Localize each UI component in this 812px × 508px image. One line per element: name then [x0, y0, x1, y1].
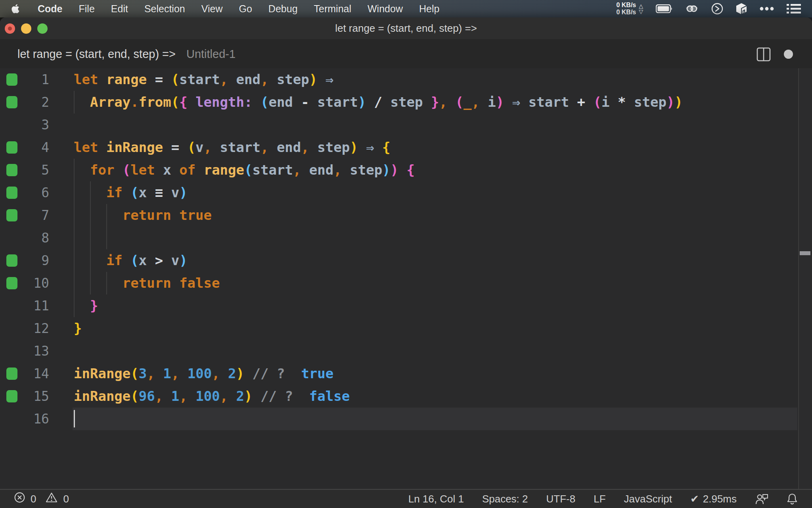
line-number[interactable]: 7: [0, 204, 49, 227]
menu-item-code[interactable]: Code: [38, 3, 63, 15]
code-line-12[interactable]: 12}: [0, 317, 812, 340]
tab-title: let range = (start, end, step) =>: [17, 48, 176, 61]
line-number[interactable]: 6: [0, 181, 49, 204]
more-dots-icon[interactable]: [760, 7, 774, 11]
code-text: }: [74, 294, 98, 317]
menu-item-help[interactable]: Help: [419, 3, 439, 15]
code-line-14[interactable]: 14inRange(3, 1, 100, 2) // ? true: [0, 362, 812, 385]
menu-item-debug[interactable]: Debug: [268, 3, 298, 15]
status-bar: 0 0 Ln 16, Col 1Spaces: 2UTF-8LFJavaScri…: [0, 489, 812, 508]
menu-item-selection[interactable]: Selection: [144, 3, 185, 15]
status-item-spaces-2[interactable]: Spaces: 2: [482, 493, 528, 505]
window-title-bar[interactable]: let range = (start, end, step) =>: [0, 17, 812, 40]
line-number[interactable]: 8: [0, 227, 49, 249]
code-line-7[interactable]: 7 return true: [0, 204, 812, 227]
code-text: return false: [74, 272, 220, 294]
quokka-time: 2.95ms: [703, 493, 737, 505]
line-number[interactable]: 12: [0, 317, 49, 340]
line-number[interactable]: 4: [0, 136, 49, 159]
scrollbar[interactable]: [798, 68, 812, 489]
error-icon: [14, 492, 25, 506]
status-item-lf[interactable]: LF: [594, 493, 605, 505]
terminal-circle-icon[interactable]: [711, 3, 723, 15]
code-text: if (x ≡ v): [74, 181, 188, 204]
code-line-4[interactable]: 4let inRange = (v, start, end, step) ⇒ {: [0, 136, 812, 159]
list-icon[interactable]: [787, 4, 801, 14]
code-text: return true: [74, 204, 212, 227]
warning-icon: [46, 492, 57, 506]
split-editor-icon[interactable]: [756, 47, 771, 64]
code-text: inRange(96, 1, 100, 2) // ? false: [74, 385, 350, 408]
code-text: inRange(3, 1, 100, 2) // ? true: [74, 362, 333, 385]
status-item-utf-8[interactable]: UTF-8: [546, 493, 576, 505]
unsaved-indicator-dot[interactable]: [784, 50, 793, 59]
line-number[interactable]: 9: [0, 249, 49, 272]
code-text: let inRange = (v, start, end, step) ⇒ {: [74, 136, 391, 159]
battery-icon[interactable]: [656, 4, 672, 13]
line-number[interactable]: 14: [0, 362, 49, 385]
apple-logo-icon: [11, 4, 20, 14]
menu-item-edit[interactable]: Edit: [111, 3, 128, 15]
menu-item-terminal[interactable]: Terminal: [314, 3, 351, 15]
line-number[interactable]: 11: [0, 294, 49, 317]
code-line-16[interactable]: 16: [0, 408, 812, 430]
code-lines: 1let range = (start, end, step) ⇒2 Array…: [0, 68, 812, 430]
code-text: for (let x of range(start, end, step)) {: [74, 159, 415, 181]
editor-tab-bar[interactable]: let range = (start, end, step) => Untitl…: [0, 40, 812, 68]
line-number[interactable]: 13: [0, 340, 49, 362]
editor-window: let range = (start, end, step) => let ra…: [0, 17, 812, 508]
code-line-13[interactable]: 13: [0, 340, 812, 362]
code-line-15[interactable]: 15inRange(96, 1, 100, 2) // ? false: [0, 385, 812, 408]
warning-count: 0: [63, 493, 69, 505]
code-line-10[interactable]: 10 return false: [0, 272, 812, 294]
menu-bar-status-icons: 0 KB/s 0 KB/s △ ▽: [616, 2, 801, 16]
status-bar-right: Ln 16, Col 1Spaces: 2UTF-8LFJavaScript ✔…: [408, 493, 798, 505]
link-icon[interactable]: [685, 3, 699, 14]
overview-ruler-mark: [800, 251, 810, 255]
code-editor[interactable]: 1let range = (start, end, step) ⇒2 Array…: [0, 68, 812, 489]
code-line-9[interactable]: 9 if (x > v): [0, 249, 812, 272]
line-number[interactable]: 5: [0, 159, 49, 181]
window-title: let range = (start, end, step) =>: [0, 17, 812, 39]
network-speed-indicator[interactable]: 0 KB/s 0 KB/s △ ▽: [616, 2, 643, 16]
feedback-person-icon[interactable]: [755, 493, 768, 505]
menu-item-view[interactable]: View: [201, 3, 223, 15]
code-text: }: [74, 317, 82, 340]
menu-bar-menus: CodeFileEditSelectionViewGoDebugTerminal…: [11, 3, 439, 15]
code-text: let range = (start, end, step) ⇒: [74, 68, 333, 91]
code-line-1[interactable]: 1let range = (start, end, step) ⇒: [0, 68, 812, 91]
code-line-8[interactable]: 8: [0, 227, 812, 249]
code-line-2[interactable]: 2 Array.from({ length: (end - start) / s…: [0, 91, 812, 114]
line-number[interactable]: 2: [0, 91, 49, 114]
tab-filename: Untitled-1: [186, 48, 236, 61]
code-text: Array.from({ length: (end - start) / ste…: [74, 91, 683, 114]
code-line-3[interactable]: 3: [0, 114, 812, 136]
code-line-11[interactable]: 11 }: [0, 294, 812, 317]
code-line-6[interactable]: 6 if (x ≡ v): [0, 181, 812, 204]
network-down-speed: 0 KB/s: [616, 9, 636, 16]
error-count: 0: [31, 493, 36, 505]
line-number[interactable]: 16: [0, 408, 49, 430]
cube-icon[interactable]: [736, 3, 747, 15]
menu-bar: CodeFileEditSelectionViewGoDebugTerminal…: [0, 0, 812, 17]
code-text: if (x > v): [74, 249, 188, 272]
status-item-ln-16-col-1[interactable]: Ln 16, Col 1: [408, 493, 464, 505]
line-number[interactable]: 10: [0, 272, 49, 294]
desktop: CodeFileEditSelectionViewGoDebugTerminal…: [0, 0, 812, 508]
menu-item-window[interactable]: Window: [368, 3, 403, 15]
line-number[interactable]: 3: [0, 114, 49, 136]
cursor: [74, 410, 75, 427]
line-number[interactable]: 1: [0, 68, 49, 91]
down-arrow-icon: ▽: [639, 9, 643, 14]
menu-item-go[interactable]: Go: [239, 3, 252, 15]
line-number[interactable]: 15: [0, 385, 49, 408]
bell-icon[interactable]: [787, 493, 798, 505]
status-item-javascript[interactable]: JavaScript: [624, 493, 672, 505]
menu-item-file[interactable]: File: [79, 3, 95, 15]
code-line-5[interactable]: 5 for (let x of range(start, end, step))…: [0, 159, 812, 181]
check-icon: ✔: [690, 493, 699, 505]
apple-menu[interactable]: [11, 4, 20, 14]
quokka-status[interactable]: ✔ 2.95ms: [690, 493, 737, 505]
network-up-speed: 0 KB/s: [616, 2, 636, 9]
problems-indicator[interactable]: 0 0: [14, 492, 69, 506]
